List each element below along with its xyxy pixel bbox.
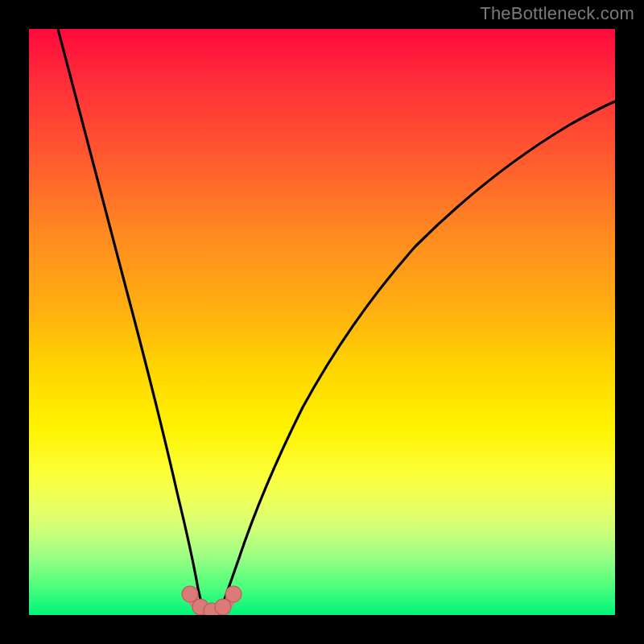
- curves-svg: [29, 29, 615, 615]
- valley-dot: [182, 586, 198, 602]
- watermark-text: TheBottleneck.com: [480, 3, 634, 24]
- valley-dot: [225, 586, 242, 602]
- valley-dot: [215, 599, 231, 615]
- chart-frame: TheBottleneck.com: [0, 0, 644, 644]
- plot-area: [29, 29, 615, 615]
- right-curve: [221, 101, 615, 610]
- left-curve: [58, 29, 203, 610]
